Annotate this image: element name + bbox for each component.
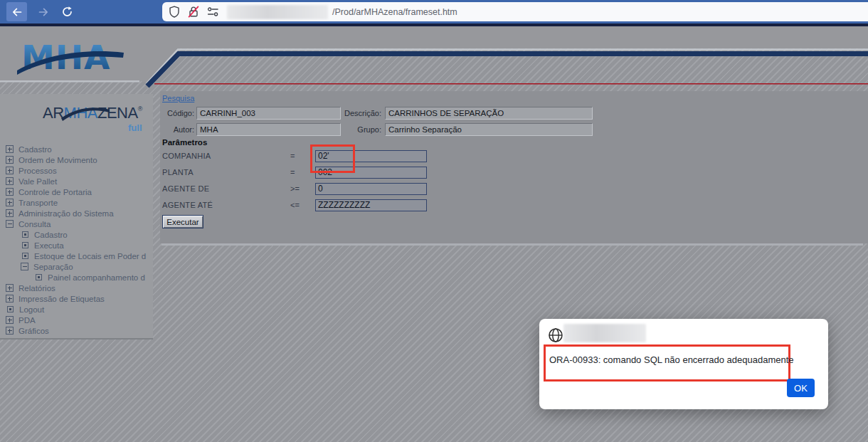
- sidebar-item[interactable]: PDA: [0, 315, 153, 325]
- param-row: COMPANHIA=: [162, 149, 427, 162]
- sidebar-menu: CadastroOrdem de MovimentoProcessosVale …: [0, 144, 153, 336]
- sidebar-item-label: Gráficos: [18, 327, 49, 335]
- url-bar[interactable]: /Prod/arMHAzena/frameset.htm: [162, 2, 868, 21]
- sidebar-item[interactable]: Vale Pallet: [0, 176, 153, 186]
- pesquisa-link[interactable]: Pesquisa: [162, 94, 194, 102]
- tree-minus-icon[interactable]: [21, 263, 28, 270]
- tree-plus-icon[interactable]: [6, 199, 14, 206]
- insecure-lock-icon[interactable]: [188, 6, 199, 18]
- ok-button[interactable]: OK: [787, 379, 815, 397]
- sidebar-item-label: Logout: [19, 305, 44, 314]
- sidebar-item-label: Estoque de Locais em Poder d: [34, 252, 146, 261]
- tree-plus-icon[interactable]: [6, 167, 14, 174]
- param-row: PLANTA=: [162, 166, 427, 179]
- sidebar-item-label: Controle de Portaria: [18, 188, 92, 196]
- sidebar-item-label: Processos: [18, 167, 57, 175]
- sidebar-item-label: Ordem de Movimento: [18, 156, 97, 164]
- sidebar-item-label: Cadastro: [18, 145, 52, 154]
- sidebar-item[interactable]: Ordem de Movimento: [0, 154, 153, 165]
- sidebar-item[interactable]: Processos: [0, 165, 153, 176]
- tree-plus-icon[interactable]: [6, 209, 14, 217]
- sidebar-item-label: Consulta: [18, 220, 51, 228]
- param-operator: <=: [290, 201, 315, 209]
- tree-plus-icon[interactable]: [6, 145, 14, 153]
- sidebar-item[interactable]: Executa: [0, 240, 153, 251]
- param-operator: =: [290, 152, 315, 160]
- back-button[interactable]: [6, 2, 27, 21]
- forward-button[interactable]: [33, 2, 53, 21]
- sidebar: ARMHAZENA® full CadastroOrdem de Movimen…: [0, 94, 153, 340]
- svg-text:full: full: [128, 122, 142, 133]
- param-input-agente-de[interactable]: [315, 183, 427, 195]
- permissions-icon[interactable]: [207, 6, 219, 17]
- codigo-field[interactable]: [196, 107, 341, 120]
- param-input-planta[interactable]: [315, 167, 427, 179]
- sidebar-item-label: Impressão de Etiquetas: [18, 295, 105, 303]
- tree-minus-icon[interactable]: [6, 220, 14, 228]
- tree-plus-icon[interactable]: [6, 188, 14, 196]
- dialog-message: ORA-00933: comando SQL não encerrado ade…: [549, 354, 794, 365]
- shield-icon[interactable]: [169, 6, 180, 18]
- globe-icon: [548, 327, 563, 343]
- forward-arrow-icon: [38, 6, 49, 18]
- param-name: AGENTE DE: [162, 184, 290, 193]
- param-row: AGENTE ATÉ<=: [162, 199, 427, 211]
- sidebar-item[interactable]: Gráficos: [0, 325, 153, 336]
- sidebar-item[interactable]: Estoque de Locais em Poder d: [0, 251, 153, 261]
- tree-plus-icon[interactable]: [6, 177, 14, 185]
- param-input-agente-at-[interactable]: [315, 199, 427, 211]
- codigo-label: Código:: [160, 109, 194, 117]
- redacted-hostname: [227, 5, 328, 19]
- tree-leaf-icon[interactable]: [22, 231, 28, 238]
- tree-plus-icon[interactable]: [6, 316, 14, 324]
- tree-leaf-icon[interactable]: [36, 274, 42, 280]
- sidebar-item[interactable]: Cadastro: [0, 229, 153, 240]
- tree-plus-icon[interactable]: [6, 295, 14, 302]
- descricao-field[interactable]: [385, 107, 593, 120]
- back-arrow-icon: [11, 6, 23, 18]
- refresh-icon: [61, 6, 73, 18]
- sidebar-item-label: Transporte: [18, 199, 58, 207]
- sidebar-item-label: Cadastro: [34, 231, 68, 239]
- param-operator: =: [290, 168, 315, 177]
- sidebar-item-label: Vale Pallet: [18, 177, 57, 186]
- tree-leaf-icon[interactable]: [22, 253, 28, 259]
- armhazena-logo: ARMHAZENA® full: [41, 100, 149, 140]
- header-left-edge: [0, 80, 139, 83]
- sidebar-item[interactable]: Relatórios: [0, 283, 153, 293]
- header-band: [0, 26, 868, 93]
- sidebar-item[interactable]: Transporte: [0, 197, 153, 208]
- content-divider: [162, 243, 863, 246]
- sidebar-item[interactable]: Painel acompanhamento d: [0, 272, 153, 283]
- param-input-companhia[interactable]: [315, 150, 427, 162]
- executar-button[interactable]: Executar: [162, 215, 203, 228]
- tree-plus-icon[interactable]: [6, 156, 14, 164]
- param-name: COMPANHIA: [162, 152, 290, 160]
- navy-swoosh-band: [147, 54, 868, 87]
- refresh-button[interactable]: [57, 2, 78, 21]
- url-path[interactable]: /Prod/arMHAzena/frameset.htm: [332, 7, 457, 17]
- autor-label: Autor:: [160, 125, 194, 134]
- sidebar-item[interactable]: Controle de Portaria: [0, 186, 153, 197]
- tree-leaf-icon[interactable]: [22, 242, 28, 248]
- sidebar-item[interactable]: Administração do Sistema: [0, 208, 153, 219]
- parametros-title: Parâmetros: [162, 138, 207, 147]
- mha-logo: MHA: [17, 36, 124, 78]
- sidebar-item[interactable]: Separação: [0, 261, 153, 272]
- browser-toolbar: /Prod/arMHAzena/frameset.htm: [0, 0, 868, 23]
- autor-field[interactable]: [196, 123, 341, 136]
- sidebar-item[interactable]: Logout: [0, 304, 153, 315]
- tree-plus-icon[interactable]: [6, 284, 14, 292]
- tree-leaf-icon[interactable]: [7, 306, 14, 312]
- sidebar-item-label: Relatórios: [18, 284, 55, 293]
- sidebar-item[interactable]: Cadastro: [0, 144, 153, 154]
- param-row: AGENTE DE>=: [162, 182, 427, 195]
- sidebar-item-label: PDA: [18, 316, 36, 325]
- redacted-dialog-origin: [563, 324, 646, 342]
- tree-plus-icon[interactable]: [6, 327, 14, 335]
- param-name: PLANTA: [162, 168, 290, 177]
- sidebar-item[interactable]: Consulta: [0, 219, 153, 229]
- grupo-field[interactable]: [385, 123, 593, 136]
- sidebar-item[interactable]: Impressão de Etiquetas: [0, 293, 153, 304]
- main-frame: Pesquisa Código: Descrição: Autor: Grupo…: [160, 91, 868, 243]
